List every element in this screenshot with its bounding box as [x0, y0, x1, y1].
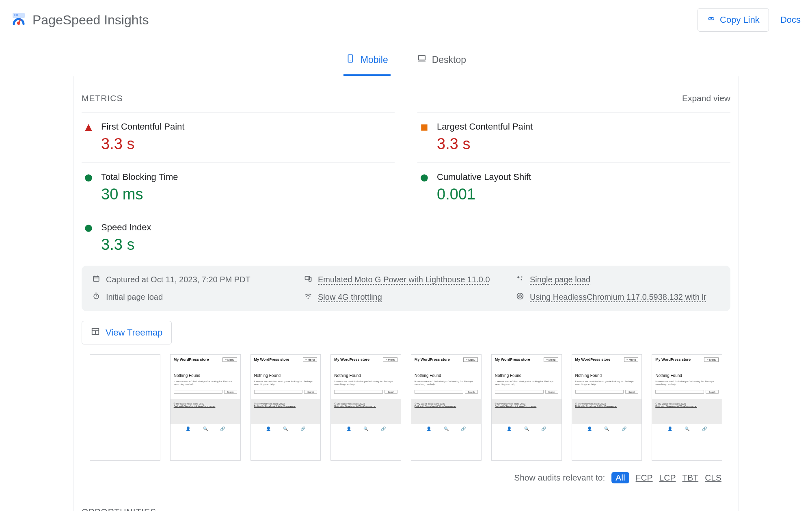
copy-link-label: Copy Link: [720, 15, 760, 25]
copy-link-button[interactable]: Copy Link: [698, 8, 769, 32]
filmstrip-frame[interactable]: My WordPress store≡ Menu Nothing FoundIt…: [572, 354, 642, 461]
app-header: PageSpeed Insights Copy Link Docs: [0, 0, 812, 40]
svg-point-21: [521, 279, 522, 280]
svg-rect-6: [350, 61, 351, 61]
env-browser-text: Using HeadlessChromium 117.0.5938.132 wi…: [530, 292, 706, 302]
status-pass-icon: [84, 222, 93, 253]
status-pass-icon: [420, 172, 429, 203]
status-warn-icon: [420, 121, 429, 153]
network-icon: [304, 292, 312, 302]
metric-si: Speed Index 3.3 s: [82, 213, 395, 263]
metrics-grid: First Contentful Paint 3.3 s Largest Con…: [73, 112, 739, 263]
filmstrip-frame[interactable]: [90, 354, 160, 461]
svg-rect-7: [418, 56, 425, 60]
env-emulated-text: Emulated Moto G Power with Lighthouse 11…: [318, 275, 490, 284]
filmstrip-frame[interactable]: My WordPress store≡ Menu Nothing FoundIt…: [652, 354, 722, 461]
timer-icon: [92, 292, 100, 302]
view-treemap-label: View Treemap: [106, 327, 162, 338]
metric-label: Cumulative Layout Shift: [437, 172, 531, 182]
audits-filter-row: Show audits relevant to: All FCP LCP TBT…: [73, 472, 739, 492]
filter-chip-all[interactable]: All: [611, 472, 629, 483]
metric-value: 3.3 s: [101, 236, 151, 253]
brand: PageSpeed Insights: [11, 12, 149, 28]
filter-chip-fcp[interactable]: FCP: [636, 473, 653, 483]
metrics-title: METRICS: [82, 93, 123, 103]
env-browser[interactable]: Using HeadlessChromium 117.0.5938.132 wi…: [516, 292, 720, 302]
svg-point-28: [519, 295, 521, 297]
metric-value: 3.3 s: [101, 135, 184, 153]
link-icon: [707, 14, 716, 26]
metric-cls: Cumulative Layout Shift 0.001: [417, 162, 730, 213]
env-single-load-text: Single page load: [530, 275, 590, 284]
svg-line-31: [521, 297, 523, 298]
svg-point-22: [521, 276, 523, 277]
environment-panel: Captured at Oct 11, 2023, 7:20 PM PDT Em…: [82, 266, 730, 311]
metric-value: 3.3 s: [437, 135, 533, 153]
env-captured: Captured at Oct 11, 2023, 7:20 PM PDT: [92, 275, 296, 285]
svg-line-30: [517, 297, 519, 298]
env-emulated[interactable]: Emulated Moto G Power with Lighthouse 11…: [304, 275, 508, 285]
filter-chip-tbt[interactable]: TBT: [682, 473, 698, 483]
desktop-icon: [417, 54, 426, 65]
filter-chip-cls[interactable]: CLS: [705, 473, 721, 483]
scatter-icon: [516, 275, 524, 285]
metric-label: Largest Contentful Paint: [437, 121, 533, 132]
svg-rect-1: [14, 14, 15, 16]
svg-point-13: [85, 225, 92, 232]
svg-rect-2: [16, 14, 18, 16]
brand-title: PageSpeed Insights: [32, 13, 149, 28]
env-initial-load: Initial page load: [92, 292, 296, 302]
tab-desktop-label: Desktop: [432, 54, 466, 65]
calendar-icon: [92, 275, 100, 285]
filmstrip-frame[interactable]: My WordPress store≡ Menu Nothing FoundIt…: [251, 354, 321, 461]
svg-rect-14: [93, 276, 99, 281]
svg-point-11: [85, 174, 92, 182]
expand-view-toggle[interactable]: Expand view: [682, 93, 730, 103]
filter-chip-lcp[interactable]: LCP: [659, 473, 676, 483]
env-captured-text: Captured at Oct 11, 2023, 7:20 PM PDT: [106, 275, 251, 284]
treemap-icon: [91, 327, 100, 338]
metric-label: First Contentful Paint: [101, 121, 184, 132]
env-throttling-text: Slow 4G throttling: [318, 292, 382, 302]
device-tabs: Mobile Desktop: [0, 40, 812, 76]
status-pass-icon: [84, 172, 93, 203]
devices-icon: [304, 275, 312, 285]
env-throttling[interactable]: Slow 4G throttling: [304, 292, 508, 302]
metric-label: Speed Index: [101, 222, 151, 233]
metric-value: 30 ms: [101, 186, 178, 203]
filmstrip-frame[interactable]: My WordPress store≡ Menu Nothing FoundIt…: [170, 354, 241, 461]
filmstrip-frame[interactable]: My WordPress store≡ Menu Nothing FoundIt…: [411, 354, 482, 461]
filmstrip: My WordPress store≡ Menu Nothing FoundIt…: [73, 354, 739, 472]
docs-link[interactable]: Docs: [780, 15, 801, 25]
pagespeed-logo-icon: [11, 12, 26, 28]
audits-filter-label: Show audits relevant to:: [514, 473, 605, 483]
svg-point-26: [308, 298, 309, 299]
svg-point-12: [421, 174, 428, 182]
opportunities-title: OPPORTUNITIES: [73, 492, 739, 511]
tab-mobile[interactable]: Mobile: [343, 50, 391, 76]
metric-fcp: First Contentful Paint 3.3 s: [82, 112, 395, 162]
metric-label: Total Blocking Time: [101, 172, 178, 182]
tab-mobile-label: Mobile: [361, 54, 388, 65]
metrics-header: METRICS Expand view: [73, 76, 739, 112]
main-content: METRICS Expand view First Contentful Pai…: [73, 76, 739, 511]
metric-lcp: Largest Contentful Paint 3.3 s: [417, 112, 730, 162]
svg-point-20: [517, 276, 519, 278]
metric-tbt: Total Blocking Time 30 ms: [82, 162, 395, 213]
metric-value: 0.001: [437, 186, 531, 203]
view-treemap-button[interactable]: View Treemap: [82, 321, 172, 344]
svg-marker-9: [85, 124, 92, 131]
filmstrip-frame[interactable]: My WordPress store≡ Menu Nothing FoundIt…: [491, 354, 562, 461]
tab-desktop[interactable]: Desktop: [415, 50, 469, 76]
svg-rect-8: [418, 61, 425, 62]
svg-rect-10: [421, 124, 427, 130]
mobile-icon: [346, 54, 355, 65]
env-single-load[interactable]: Single page load: [516, 275, 720, 285]
env-initial-load-text: Initial page load: [106, 292, 163, 302]
status-fail-icon: [84, 121, 93, 153]
chrome-icon: [516, 292, 524, 302]
header-actions: Copy Link Docs: [698, 8, 801, 32]
filmstrip-frame[interactable]: My WordPress store≡ Menu Nothing FoundIt…: [330, 354, 401, 461]
